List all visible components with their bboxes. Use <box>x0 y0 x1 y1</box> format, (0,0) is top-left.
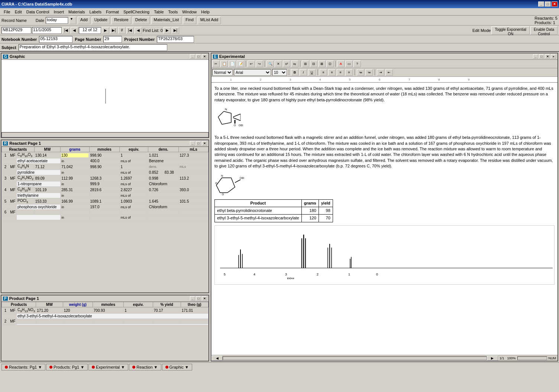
align-right-btn[interactable]: ≡ <box>337 69 344 76</box>
mls-6[interactable] <box>179 210 209 215</box>
menu-format[interactable]: Format <box>104 9 121 15</box>
exp-btn-8[interactable]: ⊞ <box>302 61 309 67</box>
exp-btn-11[interactable]: ⊡ <box>326 61 334 67</box>
grams-5[interactable] <box>61 198 89 205</box>
mmoles-6[interactable] <box>89 210 120 215</box>
in-value-4[interactable] <box>89 193 120 198</box>
maximize-button[interactable]: □ <box>545 1 551 7</box>
find-prev-btn[interactable]: ◀ <box>135 27 142 34</box>
exp-btn-find[interactable]: 🔍 <box>266 61 274 67</box>
prod-theo-2[interactable] <box>181 319 208 324</box>
menu-edit[interactable]: Edit <box>13 9 24 15</box>
experimental-content[interactable]: To a one liter, one necked round bottome… <box>211 83 558 355</box>
menu-materials[interactable]: Materials <box>66 9 87 15</box>
graphic-hscrollbar[interactable] <box>1 132 209 137</box>
solvent-4[interactable] <box>148 193 208 198</box>
list2-btn[interactable]: ≔ <box>365 69 373 76</box>
product-close-btn[interactable]: ✕ <box>202 296 207 301</box>
first-record-btn[interactable]: |◀ <box>62 27 70 34</box>
grams-3[interactable] <box>61 175 89 182</box>
status-tab-reaction[interactable]: Reaction ▼ <box>129 364 161 370</box>
mmoles-3[interactable] <box>89 175 120 182</box>
prod-equiv-2[interactable] <box>124 319 153 324</box>
indent-btn[interactable]: ⇥ <box>377 69 384 76</box>
mw-3[interactable] <box>34 175 60 182</box>
prod-equiv-1[interactable] <box>124 307 153 314</box>
in-value-6[interactable] <box>89 215 120 220</box>
status-tab-experimental[interactable]: Experimental ▼ <box>88 364 128 370</box>
exp-btn-12[interactable]: ▭ <box>345 61 353 67</box>
dens-3[interactable] <box>148 175 179 182</box>
exp-btn-2[interactable]: 📋 <box>220 61 228 67</box>
grams-6[interactable] <box>61 210 89 215</box>
prod-theo-1[interactable] <box>181 307 208 314</box>
menu-window[interactable]: Window <box>180 9 199 15</box>
equiv-6[interactable] <box>120 210 148 215</box>
align-center-btn[interactable]: ≡ <box>328 69 336 76</box>
status-tab-graphic[interactable]: Graphic ▼ <box>162 364 192 370</box>
project-value[interactable]: TP262378/03 <box>157 36 194 43</box>
grams-2[interactable] <box>61 164 89 170</box>
graphic-minimize-btn[interactable]: _ <box>190 54 195 59</box>
find-last-btn[interactable]: ▶| <box>172 27 179 34</box>
date-picker-btn[interactable]: ▼ <box>70 17 76 24</box>
prod-mmoles-1[interactable] <box>93 307 124 314</box>
record-name-field[interactable]: NB12P029 <box>1 27 31 34</box>
product-minimize-btn[interactable]: _ <box>190 296 195 301</box>
exp-maximize-btn[interactable]: □ <box>539 54 544 59</box>
exp-btn-undo[interactable]: ↩ <box>248 61 255 67</box>
menu-spellchecking[interactable]: SpellChecking <box>121 9 152 15</box>
exp-btn-3[interactable]: 📄 <box>229 61 236 67</box>
exp-minimize-btn[interactable]: _ <box>533 54 538 59</box>
mls-4[interactable] <box>179 187 209 193</box>
in-value-1[interactable] <box>89 159 120 164</box>
prod-pct-yield-1[interactable] <box>153 307 181 314</box>
graphic-close-btn[interactable]: ✕ <box>202 54 207 59</box>
exp-zoom-scroll[interactable] <box>517 356 547 360</box>
mmoles-2[interactable] <box>89 164 120 170</box>
prev-record-btn[interactable]: ◀ <box>71 27 78 34</box>
exp-btn-10[interactable]: ⊠ <box>318 61 326 67</box>
mw-6[interactable] <box>34 210 60 215</box>
solvent-5[interactable] <box>148 205 208 210</box>
menu-data-control[interactable]: Data Control <box>24 9 52 15</box>
menu-file[interactable]: File <box>1 9 13 15</box>
exp-hscroll[interactable] <box>223 356 487 360</box>
exp-btn-color[interactable]: A <box>337 61 345 67</box>
find-next-btn[interactable]: ▶ <box>164 27 171 34</box>
mmoles-1[interactable] <box>89 152 120 159</box>
prod-weight-1[interactable] <box>63 307 93 314</box>
prod-mw-2[interactable] <box>36 319 63 324</box>
dens-6[interactable] <box>148 210 179 215</box>
mmoles-4[interactable] <box>89 187 120 193</box>
status-tab-reactants[interactable]: Reactants: Pg1 ▼ <box>1 364 45 370</box>
reactant-close-btn[interactable]: ✕ <box>202 141 207 146</box>
font-select[interactable]: Arial <box>234 69 271 76</box>
prod-mmoles-2[interactable] <box>93 319 124 324</box>
dens-5[interactable] <box>148 198 179 205</box>
equiv-4[interactable] <box>120 187 148 193</box>
prod-pct-yield-2[interactable] <box>153 319 181 324</box>
reactant-minimize-btn[interactable]: _ <box>190 141 195 146</box>
minimize-button[interactable]: _ <box>538 1 544 7</box>
menu-table[interactable]: Table <box>152 9 166 15</box>
add-button[interactable]: Add <box>78 17 90 24</box>
equiv-1[interactable] <box>120 152 148 159</box>
find-button[interactable]: Find <box>183 17 196 24</box>
exp-btn-7[interactable]: x₂ <box>291 61 298 67</box>
grams-1[interactable] <box>61 152 89 159</box>
last-record-btn[interactable]: ▶| <box>110 27 117 34</box>
product-maximize-btn[interactable]: □ <box>196 296 201 301</box>
exp-btn-help[interactable]: ? <box>353 61 361 67</box>
mmoles-5[interactable] <box>89 198 120 205</box>
next-record-btn[interactable]: ▶ <box>102 27 109 34</box>
exp-extra-btn[interactable]: × <box>551 54 556 59</box>
equiv-2[interactable] <box>120 164 148 170</box>
align-justify-btn[interactable]: ≡ <box>345 69 353 76</box>
exp-scroll-right[interactable]: ▶ <box>487 356 498 361</box>
mw-1[interactable] <box>34 152 60 159</box>
update-button[interactable]: Update <box>92 17 110 24</box>
dens-mls-2[interactable] <box>148 170 208 175</box>
exp-btn-redo[interactable]: ↪ <box>256 61 263 67</box>
underline-btn[interactable]: U <box>308 69 316 76</box>
